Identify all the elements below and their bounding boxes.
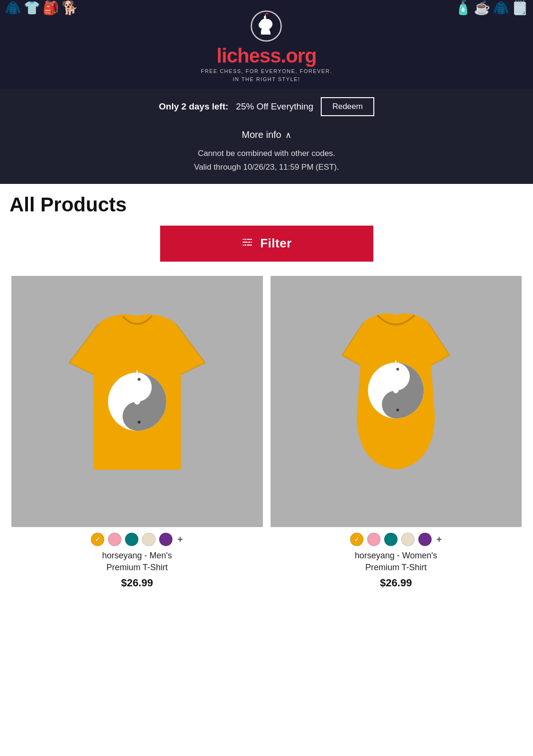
chevron-up-icon: ∧ xyxy=(285,130,291,140)
merch-dog: 🐕 xyxy=(62,0,78,16)
svg-point-15 xyxy=(134,399,140,404)
more-colors-mens[interactable]: + xyxy=(177,534,183,545)
merch-bottle: 🧴 xyxy=(455,0,471,16)
svg-point-20 xyxy=(397,367,399,370)
swatch-yellow-mens[interactable] xyxy=(91,533,104,546)
logo-tagline: FREE CHESS, FOR EVERYONE, FOREVER. IN TH… xyxy=(201,67,332,83)
promo-bar: Only 2 days left: 25% Off Everything Red… xyxy=(0,89,533,125)
filter-icon xyxy=(241,236,253,251)
filter-label: Filter xyxy=(260,236,292,251)
color-swatches-womens: + xyxy=(350,533,442,546)
svg-point-24 xyxy=(393,388,399,393)
merch-left: 🧥 👕 🎒 🐕 xyxy=(5,0,78,16)
more-info-section: More info ∧ Cannot be combined with othe… xyxy=(0,125,533,184)
svg-point-13 xyxy=(130,416,144,430)
logo-text: lichess.org xyxy=(217,45,316,67)
product-name-womens: horseyang - Women'sPremium T-Shirt xyxy=(353,550,439,574)
header-banner: 🧥 👕 🎒 🐕 🧴 ☕ 🧥 🗒️ lichess.org FREE CHESS,… xyxy=(0,0,533,89)
swatch-teal-mens[interactable] xyxy=(125,533,138,546)
merch-pad: 🗒️ xyxy=(512,0,528,16)
color-swatches-mens: + xyxy=(91,533,183,546)
swatch-pink-womens[interactable] xyxy=(367,533,380,546)
merch-mug: ☕ xyxy=(474,0,490,16)
redeem-button[interactable]: Redeem xyxy=(321,97,374,116)
product-grid: + horseyang - Men'sPremium T-Shirt $26.9… xyxy=(9,276,524,599)
merch-shirt-blue: 👕 xyxy=(24,0,40,16)
svg-point-5 xyxy=(248,241,251,243)
swatch-purple-mens[interactable] xyxy=(159,533,172,546)
more-info-label: More info xyxy=(242,129,281,140)
merch-hoodie-purple: 🧥 xyxy=(5,0,21,16)
product-card-mens[interactable]: + horseyang - Men'sPremium T-Shirt $26.9… xyxy=(11,276,263,589)
swatch-purple-womens[interactable] xyxy=(418,533,432,546)
swatch-yellow-womens[interactable] xyxy=(350,533,363,546)
swatch-teal-womens[interactable] xyxy=(384,533,397,546)
more-info-toggle-button[interactable]: More info ∧ xyxy=(0,125,533,147)
product-name-mens: horseyang - Men'sPremium T-Shirt xyxy=(100,550,174,574)
product-image-mens xyxy=(11,276,263,528)
product-price-mens: $26.99 xyxy=(121,577,153,589)
swatch-pink-mens[interactable] xyxy=(108,533,121,546)
promo-detail-line2: Valid through 10/26/23, 11:59 PM (EST). xyxy=(19,161,514,174)
promo-detail-line1: Cannot be combined with other codes. xyxy=(19,147,514,161)
page-title: All Products xyxy=(9,193,524,216)
svg-point-6 xyxy=(244,244,247,246)
promo-offer: 25% Off Everything xyxy=(236,101,313,112)
svg-point-11 xyxy=(137,378,140,381)
filter-button[interactable]: Filter xyxy=(160,226,373,262)
svg-point-19 xyxy=(389,364,402,376)
logo-li: li xyxy=(217,45,226,67)
svg-point-22 xyxy=(389,404,402,417)
svg-point-10 xyxy=(130,373,144,387)
svg-point-14 xyxy=(137,420,140,423)
product-card-womens[interactable]: + horseyang - Women'sPremium T-Shirt $26… xyxy=(271,276,522,589)
logo-chess: chess.org xyxy=(226,45,316,67)
swatch-beige-mens[interactable] xyxy=(142,533,155,546)
merch-hoodie-green: 🧥 xyxy=(493,0,509,16)
logo-area: lichess.org FREE CHESS, FOR EVERYONE, FO… xyxy=(201,9,332,83)
swatch-beige-womens[interactable] xyxy=(401,533,415,546)
merch-right: 🧴 ☕ 🧥 🗒️ xyxy=(455,0,528,16)
svg-point-23 xyxy=(397,409,399,411)
product-price-womens: $26.99 xyxy=(380,577,412,589)
products-section: All Products Filter xyxy=(0,184,533,599)
merch-bag: 🎒 xyxy=(43,0,59,16)
product-image-womens xyxy=(271,276,522,528)
svg-point-4 xyxy=(244,238,247,240)
promo-days-left: Only 2 days left: xyxy=(159,101,228,112)
lichess-logo-icon xyxy=(250,9,283,43)
more-colors-womens[interactable]: + xyxy=(436,534,442,545)
promo-details: Cannot be combined with other codes. Val… xyxy=(0,147,533,174)
